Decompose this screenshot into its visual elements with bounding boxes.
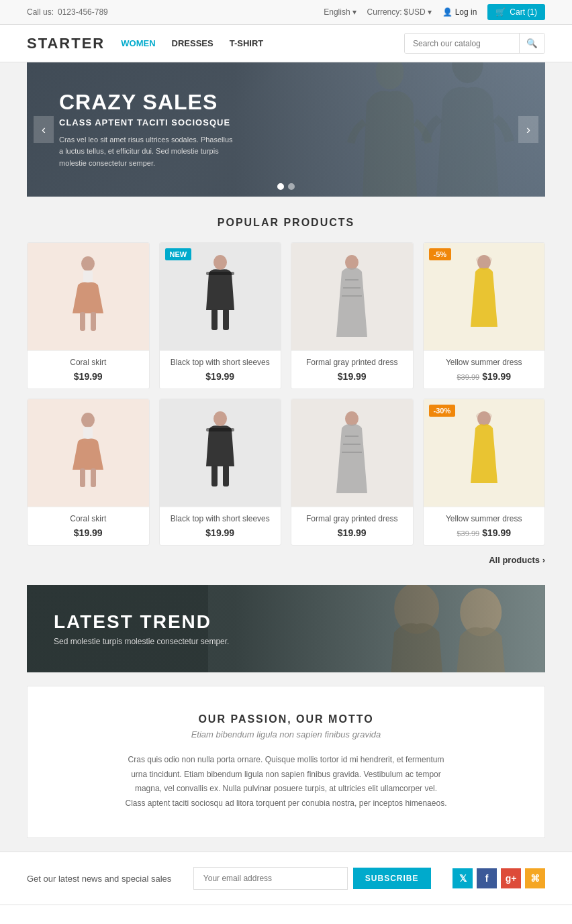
svg-rect-4	[80, 312, 85, 331]
search-button[interactable]: 🔍	[519, 34, 544, 53]
nav-item-women[interactable]: WOMEN	[121, 38, 155, 48]
svg-point-2	[81, 256, 95, 271]
facebook-icon[interactable]: f	[477, 868, 497, 888]
svg-rect-5	[91, 312, 96, 331]
chevron-down-icon: ▾	[352, 7, 356, 17]
hero-content: CRAZY SALES CLASS APTENT TACITI SOCIOSQU…	[27, 90, 234, 170]
about-title: OUR PASSION, OUR MOTTO	[54, 713, 518, 725]
hero-dot-2[interactable]	[288, 183, 295, 190]
product-pricing: $39.99$19.99	[430, 371, 538, 382]
product-card[interactable]: Coral skirt $19.99	[27, 242, 150, 389]
newsletter-form: SUBSCRIBE	[193, 867, 431, 890]
product-card[interactable]: NEW Black top with short sleeves $19.99	[159, 242, 282, 389]
all-products-label: All products	[489, 555, 540, 565]
svg-rect-23	[223, 465, 229, 486]
product-figure	[291, 243, 413, 350]
product-name: Formal gray printed dress	[298, 358, 406, 367]
product-card[interactable]: Black top with short sleeves $19.99	[159, 399, 282, 546]
nav-item-t-shirt[interactable]: T-SHIRT	[230, 38, 264, 48]
nav-item-dresses[interactable]: DRESSES	[172, 38, 213, 48]
product-price: $19.99	[338, 527, 367, 538]
hero-next-button[interactable]: ›	[518, 116, 538, 143]
google-plus-icon[interactable]: g+	[501, 868, 521, 888]
product-price: $19.99	[205, 371, 234, 382]
product-price: $19.99	[74, 371, 103, 382]
cart-button[interactable]: 🛒 Cart (1)	[487, 4, 545, 20]
product-price: $19.99	[74, 527, 103, 538]
product-old-price: $39.99	[457, 373, 480, 381]
top-bar-left: Call us: 0123-456-789	[27, 7, 108, 17]
about-text: Cras quis odio non nulla porta ornare. Q…	[125, 753, 447, 811]
product-pricing: $19.99	[34, 371, 142, 382]
hero-dots	[277, 183, 295, 190]
product-image: NEW	[160, 243, 281, 350]
product-card[interactable]: Formal gray printed dress $19.99	[291, 399, 414, 546]
product-image	[291, 243, 413, 350]
header: STARTER WOMENDRESSEST-SHIRT 🔍	[0, 25, 572, 62]
product-card[interactable]: -30% Yellow summer dress $39.99$19.99	[423, 399, 546, 546]
product-figure	[160, 399, 281, 507]
social-icons: 𝕏 f g+ ⌘	[452, 868, 545, 888]
hero-subtitle: CLASS APTENT TACITI SOCIOSQUE	[59, 117, 234, 127]
language-selector[interactable]: English ▾	[324, 7, 356, 17]
hero-prev-button[interactable]: ‹	[34, 116, 54, 143]
product-pricing: $19.99	[166, 527, 275, 538]
svg-rect-18	[80, 468, 85, 487]
search-input[interactable]	[405, 34, 519, 53]
product-card[interactable]: -5% Yellow summer dress $39.99$19.99	[423, 242, 546, 389]
all-products-link: All products ›	[27, 555, 545, 565]
subscribe-button[interactable]: SUBSCRIBE	[353, 868, 431, 889]
product-name: Coral skirt	[34, 514, 142, 523]
footer: STARTEROur storesSpecialsNew productsBes…	[0, 905, 572, 924]
search-icon: 🔍	[526, 38, 538, 48]
product-info: Black top with short sleeves $19.99	[160, 507, 281, 545]
svg-rect-21	[206, 428, 234, 431]
logo: STARTER	[27, 35, 105, 52]
all-products-anchor[interactable]: All products ›	[489, 555, 545, 565]
twitter-icon[interactable]: 𝕏	[452, 868, 473, 888]
product-figure	[28, 399, 149, 507]
cart-icon: 🛒	[495, 7, 506, 17]
product-card[interactable]: Formal gray printed dress $19.99	[291, 242, 414, 389]
rss-icon[interactable]: ⌘	[525, 868, 545, 888]
hero-dot-1[interactable]	[277, 183, 284, 190]
cart-label: Cart (1)	[510, 7, 537, 17]
product-old-price: $39.99	[457, 529, 480, 537]
newsletter-input[interactable]	[193, 867, 348, 890]
about-subtitle: Etiam bibendum ligula non sapien finibus…	[54, 729, 518, 739]
search-bar: 🔍	[404, 33, 545, 54]
product-badge: NEW	[165, 248, 192, 260]
product-info: Yellow summer dress $39.99$19.99	[424, 507, 545, 545]
product-pricing: $19.99	[34, 527, 142, 538]
svg-rect-22	[211, 465, 218, 486]
product-image: -30%	[424, 399, 545, 507]
product-figure	[28, 243, 149, 350]
product-image: -5%	[424, 243, 545, 350]
product-name: Coral skirt	[34, 358, 142, 367]
product-info: Coral skirt $19.99	[28, 350, 149, 389]
phone-number: 0123-456-789	[58, 7, 108, 17]
currency-selector[interactable]: Currency: $USD ▾	[367, 7, 432, 17]
product-info: Coral skirt $19.99	[28, 507, 149, 545]
hero-description: Cras vel leo sit amet risus ultrices sod…	[59, 134, 234, 170]
svg-rect-19	[91, 468, 96, 487]
newsletter-text: Get our latest news and special sales	[27, 874, 171, 884]
login-label: Log in	[455, 7, 477, 17]
popular-section: POPULAR PRODUCTS Coral skirt $19.99 NEW …	[0, 197, 572, 585]
login-link[interactable]: 👤 Log in	[442, 7, 477, 17]
product-image	[291, 399, 413, 507]
svg-point-24	[345, 411, 359, 426]
product-price: $19.99	[205, 527, 234, 538]
svg-point-29	[476, 412, 492, 420]
about-section: OUR PASSION, OUR MOTTO Etiam bibendum li…	[27, 686, 545, 838]
product-pricing: $19.99	[166, 371, 275, 382]
product-name: Yellow summer dress	[430, 358, 538, 367]
product-info: Formal gray printed dress $19.99	[291, 507, 413, 545]
product-card[interactable]: Coral skirt $19.99	[27, 399, 150, 546]
trend-description: Sed molestie turpis molestie consectetur…	[54, 637, 229, 646]
product-info: Formal gray printed dress $19.99	[291, 350, 413, 389]
phone-label: Call us:	[27, 7, 54, 17]
chevron-right-icon: ›	[542, 555, 545, 565]
product-name: Black top with short sleeves	[166, 514, 275, 523]
product-pricing: $39.99$19.99	[430, 527, 538, 538]
